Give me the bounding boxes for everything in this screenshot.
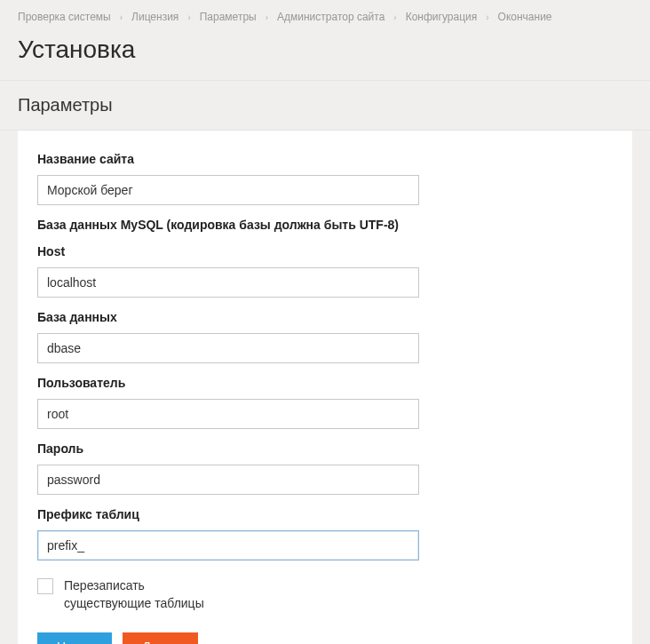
site-name-label: Название сайта — [37, 152, 613, 166]
chevron-right-icon: › — [115, 12, 128, 22]
breadcrumb-item[interactable]: Лицензия — [131, 11, 178, 23]
database-label: База данных — [37, 310, 613, 324]
site-name-input[interactable] — [37, 175, 419, 205]
next-button[interactable]: Далее — [123, 632, 198, 644]
breadcrumb: Проверка системы › Лицензия › Параметры … — [18, 11, 632, 23]
breadcrumb-item[interactable]: Окончание — [498, 11, 552, 23]
chevron-right-icon: › — [480, 12, 494, 22]
page-title: Установка — [18, 36, 632, 64]
chevron-right-icon: › — [388, 12, 401, 22]
overwrite-checkbox[interactable] — [37, 578, 53, 594]
db-section-label: База данных MySQL (кодировка базы должна… — [37, 218, 613, 232]
password-input[interactable] — [37, 465, 419, 495]
password-label: Пароль — [37, 441, 613, 456]
chevron-right-icon: › — [182, 12, 195, 22]
prefix-label: Префикс таблиц — [37, 507, 613, 521]
user-input[interactable] — [37, 399, 419, 429]
database-input[interactable] — [37, 333, 419, 363]
breadcrumb-item[interactable]: Проверка системы — [18, 11, 111, 23]
host-input[interactable] — [37, 267, 419, 298]
back-button[interactable]: Назад — [37, 632, 112, 644]
user-label: Пользователь — [37, 376, 613, 390]
breadcrumb-item[interactable]: Администратор сайта — [277, 11, 384, 23]
form-panel: Название сайта База данных MySQL (кодиро… — [18, 131, 632, 644]
breadcrumb-item[interactable]: Конфигурация — [406, 11, 478, 23]
overwrite-label: Перезаписать существующие таблицы — [64, 576, 204, 613]
overwrite-label-line2: существующие таблицы — [64, 594, 204, 612]
breadcrumb-item[interactable]: Параметры — [200, 11, 257, 23]
prefix-input[interactable] — [37, 530, 419, 561]
section-title: Параметры — [0, 81, 650, 131]
host-label: Host — [37, 244, 613, 258]
overwrite-label-line1: Перезаписать — [64, 576, 204, 594]
chevron-right-icon: › — [260, 12, 273, 22]
